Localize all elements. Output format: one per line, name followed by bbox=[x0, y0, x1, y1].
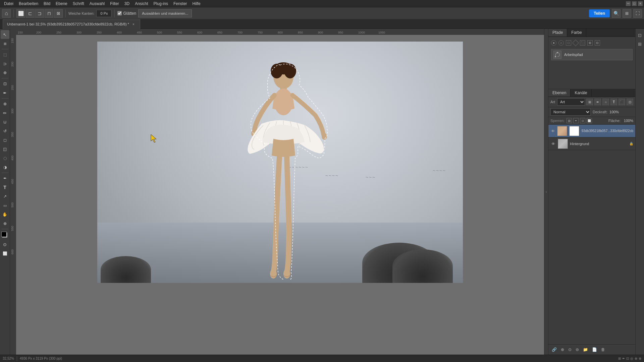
eyedropper-tool[interactable]: ✒ bbox=[1, 88, 9, 97]
statusbar-icon-3[interactable]: ⊡ bbox=[626, 357, 629, 360]
menu-item-datei[interactable]: Datei bbox=[1, 1, 16, 7]
paths-circle2-icon[interactable]: ○ bbox=[558, 40, 564, 46]
eraser-tool[interactable]: ◻ bbox=[1, 136, 9, 144]
glatten-checkbox[interactable] bbox=[117, 11, 122, 15]
move-tool[interactable]: ↖ bbox=[1, 30, 9, 39]
layer-item-2[interactable]: 👁 Hintergrund 🔒 bbox=[548, 137, 635, 150]
select-intersect-btn[interactable]: ⊓ bbox=[45, 9, 53, 18]
crop-tool[interactable]: ⊡ bbox=[1, 79, 9, 88]
layer-mask-btn[interactable]: ⊙ bbox=[567, 347, 573, 353]
fill-icon-3[interactable]: ⊡ bbox=[580, 118, 585, 123]
home-button[interactable]: ⌂ bbox=[2, 9, 11, 18]
menu-item-hilfe[interactable]: Hilfe bbox=[190, 1, 203, 7]
menu-item-bild[interactable]: Bild bbox=[41, 1, 53, 7]
dodge-tool[interactable]: ◑ bbox=[1, 163, 9, 172]
gradient-tool[interactable]: ◫ bbox=[1, 145, 9, 154]
menu-item-3d[interactable]: 3D bbox=[122, 1, 132, 7]
type-tool[interactable]: T bbox=[1, 183, 9, 192]
pen-tool[interactable]: ✒ bbox=[1, 174, 9, 183]
select-subtract-btn[interactable]: ⊐ bbox=[35, 9, 44, 18]
layers-t-btn[interactable]: T bbox=[610, 99, 617, 105]
minimize-button[interactable]: ─ bbox=[626, 1, 631, 6]
menu-item-fenster[interactable]: Fenster bbox=[171, 1, 190, 7]
arbeitspfad-item[interactable]: Arbeitspfad bbox=[551, 49, 633, 60]
color-tab[interactable]: Farbe bbox=[567, 29, 586, 37]
history-brush-tool[interactable]: ↺ bbox=[1, 127, 9, 135]
layers-circle-btn[interactable]: ○ bbox=[602, 99, 609, 105]
artboard-tool[interactable]: ⊞ bbox=[1, 39, 9, 48]
kanale-tab[interactable]: Kanäle bbox=[571, 89, 591, 97]
clone-stamp-tool[interactable]: ⊔ bbox=[1, 118, 9, 126]
layers-pen-btn[interactable]: ✒ bbox=[594, 99, 601, 105]
statusbar-icon-1[interactable]: ⊞ bbox=[618, 357, 621, 360]
screen-mode-tool[interactable]: ⬜ bbox=[1, 249, 9, 258]
paths-circle-icon[interactable]: ● bbox=[551, 40, 556, 46]
layers-group-btn[interactable]: ⊡ bbox=[627, 99, 633, 105]
layers-adjust-btn[interactable]: ⬛ bbox=[619, 99, 625, 105]
layer-eye-1[interactable]: 👁 bbox=[550, 128, 555, 134]
paths-square-icon[interactable]: □ bbox=[566, 40, 571, 46]
ebenen-tab[interactable]: Ebenen bbox=[548, 89, 571, 97]
statusbar-icon-4[interactable]: ◎ bbox=[630, 357, 633, 360]
art-select[interactable]: Art bbox=[557, 98, 585, 106]
menu-item-plugins[interactable]: Plug-ins bbox=[151, 1, 171, 7]
menu-item-filter[interactable]: Filter bbox=[107, 1, 122, 7]
zoom-level[interactable]: 32,52% bbox=[3, 357, 14, 360]
layers-filter-btn[interactable]: ⊞ bbox=[586, 99, 593, 105]
fill-icon-1[interactable]: ⊞ bbox=[567, 118, 572, 123]
paths-merge-icon[interactable]: ⊞ bbox=[587, 40, 593, 46]
zoom-tool[interactable]: ⊕ bbox=[1, 219, 9, 228]
menu-item-schrift[interactable]: Schrift bbox=[70, 1, 87, 7]
opacity-value[interactable]: 100% bbox=[609, 110, 619, 114]
hand-tool[interactable]: ✋ bbox=[1, 210, 9, 219]
panel-collapse-handle[interactable]: ‹ bbox=[544, 29, 548, 355]
screen-mode-button[interactable]: ⛶ bbox=[633, 9, 642, 18]
new-layer-btn[interactable]: 📄 bbox=[591, 347, 598, 353]
document-tab[interactable]: Unbenannt-1 bei 32,5% (93db395218b057271… bbox=[3, 19, 140, 29]
arrange-documents-button[interactable]: ⊞ bbox=[623, 9, 631, 18]
blend-mode-select[interactable]: Normal Aufhellen Abdunkeln Multipliziere… bbox=[550, 108, 591, 116]
close-button[interactable]: × bbox=[638, 1, 643, 6]
quick-mask-btn[interactable]: ⊙ bbox=[1, 240, 9, 249]
delete-layer-btn[interactable]: 🗑 bbox=[600, 347, 606, 353]
paths-tab[interactable]: Pfade bbox=[548, 29, 567, 37]
menu-item-ebene[interactable]: Ebene bbox=[53, 1, 70, 7]
brush-tool[interactable]: ✏ bbox=[1, 109, 9, 117]
menu-item-ansicht[interactable]: Ansicht bbox=[132, 1, 151, 7]
lasso-tool[interactable]: ⊃ bbox=[1, 59, 9, 68]
fill-value[interactable]: 100% bbox=[624, 119, 633, 123]
healing-brush-tool[interactable]: ⊕ bbox=[1, 100, 9, 108]
fill-icon-4[interactable]: ⬜ bbox=[587, 118, 592, 123]
auswaehlen-maskieren-button[interactable]: Auswählen und maskieren... bbox=[138, 9, 192, 17]
select-exclude-btn[interactable]: ⊠ bbox=[54, 9, 63, 18]
weiche-kanten-input[interactable] bbox=[96, 10, 112, 17]
marquee-tool[interactable]: ⬚ bbox=[1, 50, 9, 59]
shape-tool[interactable]: ▭ bbox=[1, 201, 9, 210]
document-tab-close[interactable]: × bbox=[131, 22, 136, 26]
foreground-color[interactable] bbox=[1, 232, 9, 239]
menu-item-bearbeiten[interactable]: Bearbeiten bbox=[16, 1, 41, 7]
paths-diamond-icon[interactable] bbox=[572, 40, 579, 46]
paths-split-icon[interactable]: ⊟ bbox=[595, 40, 600, 46]
menu-item-auswahl[interactable]: Auswahl bbox=[87, 1, 107, 7]
fill-icon-2[interactable]: ✒ bbox=[573, 118, 579, 123]
statusbar-icon-6[interactable]: ⊗ bbox=[639, 357, 641, 360]
panels-icon-2[interactable]: ⊞ bbox=[636, 40, 644, 48]
canvas-container[interactable]: 〜〜〜〜〜〜〜 〜〜〜〜 〜〜〜 〜〜〜〜 bbox=[16, 35, 544, 355]
paths-square2-icon[interactable]: ⬛ bbox=[580, 40, 585, 46]
fill-layer-btn[interactable]: ⊜ bbox=[574, 347, 580, 353]
link-layers-btn[interactable]: 🔗 bbox=[550, 347, 558, 353]
panels-icon-1[interactable]: ⊡ bbox=[636, 32, 644, 39]
maximize-button[interactable]: □ bbox=[632, 1, 637, 6]
share-button[interactable]: Teilen bbox=[589, 9, 610, 17]
statusbar-icon-2[interactable]: ✒ bbox=[622, 357, 625, 360]
layer-item-1[interactable]: 👁 93db395218b057...330cfde8922cb bbox=[548, 125, 635, 137]
magic-wand-tool[interactable]: ⊕ bbox=[1, 68, 9, 77]
freeform-select-btn[interactable]: ⊏ bbox=[26, 9, 35, 18]
statusbar-icon-5[interactable]: ⊕ bbox=[635, 357, 637, 360]
new-group-btn[interactable]: 📁 bbox=[582, 347, 589, 353]
blur-tool[interactable]: ◌ bbox=[1, 154, 9, 163]
rect-select-btn[interactable]: ⬜ bbox=[16, 9, 25, 18]
layer-style-btn[interactable]: ⊕ bbox=[559, 347, 566, 353]
path-select-tool[interactable]: ↗ bbox=[1, 192, 9, 201]
